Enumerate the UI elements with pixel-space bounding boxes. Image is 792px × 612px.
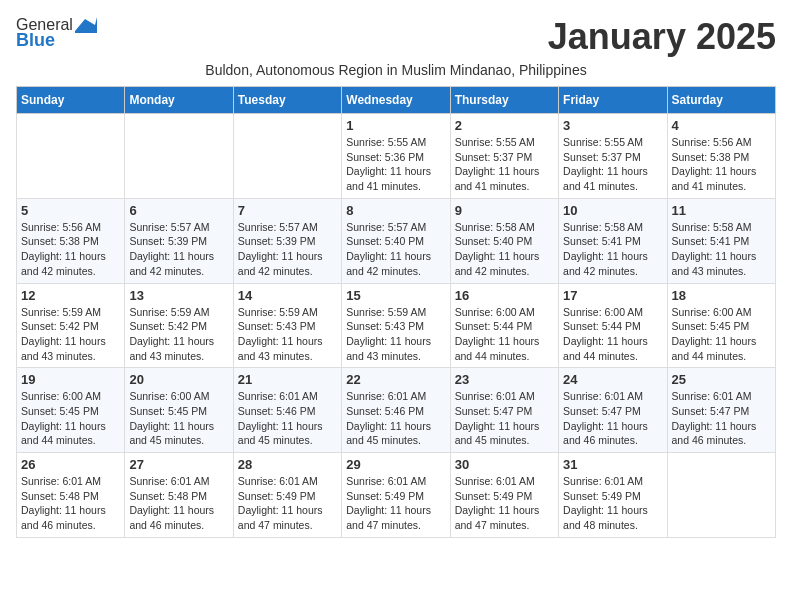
- day-info: Sunrise: 5:56 AM Sunset: 5:38 PM Dayligh…: [672, 135, 771, 194]
- day-info: Sunrise: 6:01 AM Sunset: 5:46 PM Dayligh…: [238, 389, 337, 448]
- calendar-cell: 22Sunrise: 6:01 AM Sunset: 5:46 PM Dayli…: [342, 368, 450, 453]
- calendar-cell: 10Sunrise: 5:58 AM Sunset: 5:41 PM Dayli…: [559, 198, 667, 283]
- day-info: Sunrise: 6:01 AM Sunset: 5:48 PM Dayligh…: [129, 474, 228, 533]
- day-info: Sunrise: 6:01 AM Sunset: 5:49 PM Dayligh…: [563, 474, 662, 533]
- column-header-saturday: Saturday: [667, 87, 775, 114]
- day-info: Sunrise: 6:00 AM Sunset: 5:44 PM Dayligh…: [563, 305, 662, 364]
- calendar-cell: 16Sunrise: 6:00 AM Sunset: 5:44 PM Dayli…: [450, 283, 558, 368]
- day-number: 3: [563, 118, 662, 133]
- day-number: 20: [129, 372, 228, 387]
- calendar-cell: 27Sunrise: 6:01 AM Sunset: 5:48 PM Dayli…: [125, 453, 233, 538]
- calendar-cell: 8Sunrise: 5:57 AM Sunset: 5:40 PM Daylig…: [342, 198, 450, 283]
- logo-icon: [75, 17, 97, 33]
- calendar-cell: 24Sunrise: 6:01 AM Sunset: 5:47 PM Dayli…: [559, 368, 667, 453]
- calendar-cell: [125, 114, 233, 199]
- day-number: 5: [21, 203, 120, 218]
- calendar-table: SundayMondayTuesdayWednesdayThursdayFrid…: [16, 86, 776, 538]
- day-info: Sunrise: 6:01 AM Sunset: 5:47 PM Dayligh…: [563, 389, 662, 448]
- calendar-cell: [667, 453, 775, 538]
- column-header-tuesday: Tuesday: [233, 87, 341, 114]
- day-info: Sunrise: 6:01 AM Sunset: 5:47 PM Dayligh…: [672, 389, 771, 448]
- calendar-week-row: 5Sunrise: 5:56 AM Sunset: 5:38 PM Daylig…: [17, 198, 776, 283]
- day-info: Sunrise: 6:01 AM Sunset: 5:46 PM Dayligh…: [346, 389, 445, 448]
- day-info: Sunrise: 6:01 AM Sunset: 5:49 PM Dayligh…: [346, 474, 445, 533]
- calendar-cell: 5Sunrise: 5:56 AM Sunset: 5:38 PM Daylig…: [17, 198, 125, 283]
- day-number: 4: [672, 118, 771, 133]
- column-header-sunday: Sunday: [17, 87, 125, 114]
- calendar-cell: 15Sunrise: 5:59 AM Sunset: 5:43 PM Dayli…: [342, 283, 450, 368]
- calendar-week-row: 26Sunrise: 6:01 AM Sunset: 5:48 PM Dayli…: [17, 453, 776, 538]
- logo-blue-text: Blue: [16, 30, 55, 51]
- column-header-thursday: Thursday: [450, 87, 558, 114]
- day-info: Sunrise: 5:59 AM Sunset: 5:42 PM Dayligh…: [21, 305, 120, 364]
- day-info: Sunrise: 6:00 AM Sunset: 5:45 PM Dayligh…: [129, 389, 228, 448]
- month-title: January 2025: [548, 16, 776, 58]
- day-number: 14: [238, 288, 337, 303]
- day-info: Sunrise: 5:57 AM Sunset: 5:40 PM Dayligh…: [346, 220, 445, 279]
- calendar-cell: 19Sunrise: 6:00 AM Sunset: 5:45 PM Dayli…: [17, 368, 125, 453]
- day-info: Sunrise: 5:58 AM Sunset: 5:41 PM Dayligh…: [563, 220, 662, 279]
- day-info: Sunrise: 6:01 AM Sunset: 5:48 PM Dayligh…: [21, 474, 120, 533]
- day-number: 23: [455, 372, 554, 387]
- day-number: 24: [563, 372, 662, 387]
- day-number: 26: [21, 457, 120, 472]
- day-number: 9: [455, 203, 554, 218]
- day-number: 1: [346, 118, 445, 133]
- calendar-cell: 18Sunrise: 6:00 AM Sunset: 5:45 PM Dayli…: [667, 283, 775, 368]
- calendar-header-row: SundayMondayTuesdayWednesdayThursdayFrid…: [17, 87, 776, 114]
- calendar-cell: 6Sunrise: 5:57 AM Sunset: 5:39 PM Daylig…: [125, 198, 233, 283]
- calendar-cell: 21Sunrise: 6:01 AM Sunset: 5:46 PM Dayli…: [233, 368, 341, 453]
- day-info: Sunrise: 5:55 AM Sunset: 5:36 PM Dayligh…: [346, 135, 445, 194]
- day-info: Sunrise: 5:58 AM Sunset: 5:40 PM Dayligh…: [455, 220, 554, 279]
- calendar-cell: 4Sunrise: 5:56 AM Sunset: 5:38 PM Daylig…: [667, 114, 775, 199]
- calendar-cell: 25Sunrise: 6:01 AM Sunset: 5:47 PM Dayli…: [667, 368, 775, 453]
- day-number: 19: [21, 372, 120, 387]
- calendar-cell: [17, 114, 125, 199]
- calendar-week-row: 1Sunrise: 5:55 AM Sunset: 5:36 PM Daylig…: [17, 114, 776, 199]
- calendar-cell: 23Sunrise: 6:01 AM Sunset: 5:47 PM Dayli…: [450, 368, 558, 453]
- day-number: 27: [129, 457, 228, 472]
- calendar-cell: 1Sunrise: 5:55 AM Sunset: 5:36 PM Daylig…: [342, 114, 450, 199]
- day-number: 22: [346, 372, 445, 387]
- logo: General Blue: [16, 16, 97, 51]
- day-info: Sunrise: 6:01 AM Sunset: 5:47 PM Dayligh…: [455, 389, 554, 448]
- day-number: 29: [346, 457, 445, 472]
- page-header: General Blue January 2025: [16, 16, 776, 58]
- calendar-cell: 13Sunrise: 5:59 AM Sunset: 5:42 PM Dayli…: [125, 283, 233, 368]
- calendar-subtitle: Buldon, Autonomous Region in Muslim Mind…: [16, 62, 776, 78]
- day-info: Sunrise: 5:55 AM Sunset: 5:37 PM Dayligh…: [455, 135, 554, 194]
- calendar-cell: 3Sunrise: 5:55 AM Sunset: 5:37 PM Daylig…: [559, 114, 667, 199]
- column-header-wednesday: Wednesday: [342, 87, 450, 114]
- day-info: Sunrise: 5:59 AM Sunset: 5:43 PM Dayligh…: [346, 305, 445, 364]
- calendar-cell: 30Sunrise: 6:01 AM Sunset: 5:49 PM Dayli…: [450, 453, 558, 538]
- day-number: 31: [563, 457, 662, 472]
- calendar-cell: 28Sunrise: 6:01 AM Sunset: 5:49 PM Dayli…: [233, 453, 341, 538]
- day-number: 10: [563, 203, 662, 218]
- day-info: Sunrise: 6:00 AM Sunset: 5:45 PM Dayligh…: [672, 305, 771, 364]
- day-number: 12: [21, 288, 120, 303]
- day-info: Sunrise: 6:01 AM Sunset: 5:49 PM Dayligh…: [455, 474, 554, 533]
- calendar-cell: 12Sunrise: 5:59 AM Sunset: 5:42 PM Dayli…: [17, 283, 125, 368]
- calendar-cell: 9Sunrise: 5:58 AM Sunset: 5:40 PM Daylig…: [450, 198, 558, 283]
- day-info: Sunrise: 5:57 AM Sunset: 5:39 PM Dayligh…: [238, 220, 337, 279]
- calendar-cell: 31Sunrise: 6:01 AM Sunset: 5:49 PM Dayli…: [559, 453, 667, 538]
- day-number: 16: [455, 288, 554, 303]
- day-number: 18: [672, 288, 771, 303]
- day-info: Sunrise: 6:00 AM Sunset: 5:45 PM Dayligh…: [21, 389, 120, 448]
- day-info: Sunrise: 5:57 AM Sunset: 5:39 PM Dayligh…: [129, 220, 228, 279]
- day-info: Sunrise: 6:01 AM Sunset: 5:49 PM Dayligh…: [238, 474, 337, 533]
- day-info: Sunrise: 5:59 AM Sunset: 5:42 PM Dayligh…: [129, 305, 228, 364]
- day-number: 30: [455, 457, 554, 472]
- svg-marker-0: [75, 17, 97, 33]
- calendar-cell: 2Sunrise: 5:55 AM Sunset: 5:37 PM Daylig…: [450, 114, 558, 199]
- day-info: Sunrise: 5:56 AM Sunset: 5:38 PM Dayligh…: [21, 220, 120, 279]
- calendar-cell: 29Sunrise: 6:01 AM Sunset: 5:49 PM Dayli…: [342, 453, 450, 538]
- day-info: Sunrise: 5:59 AM Sunset: 5:43 PM Dayligh…: [238, 305, 337, 364]
- day-number: 2: [455, 118, 554, 133]
- column-header-monday: Monday: [125, 87, 233, 114]
- calendar-cell: 20Sunrise: 6:00 AM Sunset: 5:45 PM Dayli…: [125, 368, 233, 453]
- day-number: 8: [346, 203, 445, 218]
- calendar-cell: 14Sunrise: 5:59 AM Sunset: 5:43 PM Dayli…: [233, 283, 341, 368]
- day-number: 25: [672, 372, 771, 387]
- day-number: 17: [563, 288, 662, 303]
